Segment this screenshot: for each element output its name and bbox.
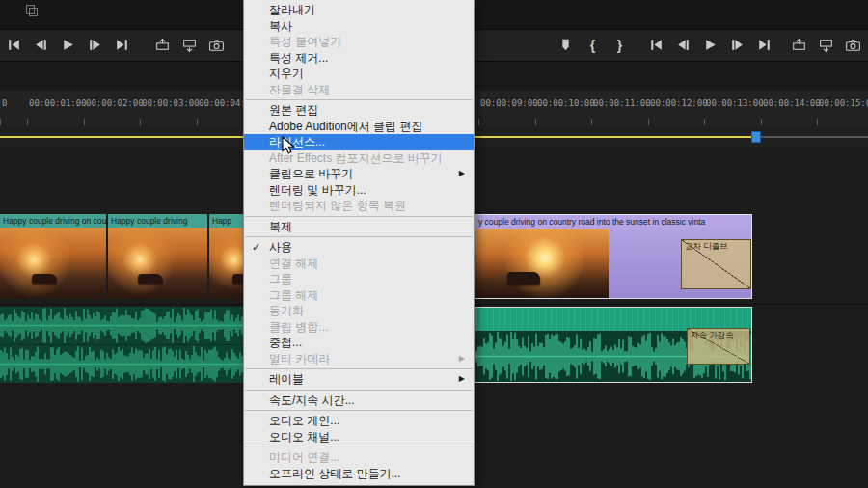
menu-separator [245, 236, 473, 237]
goto-out-icon[interactable] [756, 38, 773, 53]
ruler-timestamp: 00:00:01:00 [29, 98, 87, 108]
ruler-tick [591, 119, 592, 125]
ruler-timestamp: 00:00:11:00 [593, 98, 651, 108]
step-forward-icon[interactable] [87, 38, 103, 53]
context-menu-item-11[interactable]: 클립으로 바꾸기▶ [244, 166, 474, 182]
menu-item-label: 멀티 카메라 [269, 352, 330, 366]
context-menu-item-7[interactable]: 원본 편집 [244, 102, 474, 119]
goto-in-icon[interactable] [6, 38, 22, 53]
video-transition-label: 교차 디졸브 [685, 241, 728, 251]
menu-item-label: 잔물결 삭제 [269, 83, 330, 96]
menu-item-label: 속도/지속 시간... [269, 393, 355, 407]
mark-in-icon[interactable]: { [584, 38, 601, 53]
audio-transition-label: 지속 가감속 [691, 330, 734, 339]
clip-thumbnail [475, 229, 609, 298]
submenu-arrow-icon: ▶ [459, 166, 465, 182]
context-menu-item-3[interactable]: 특성 제거... [244, 50, 474, 67]
play-icon[interactable] [60, 38, 76, 53]
goto-in-icon[interactable] [648, 38, 665, 53]
context-menu-item-0[interactable]: 잘라내기 [244, 2, 474, 18]
menu-separator [245, 99, 473, 100]
context-menu: 잘라내기복사특성 붙여넣기특성 제거...지우기잔물결 삭제원본 편집Adobe… [243, 0, 475, 486]
context-menu-item-15[interactable]: 복제 [244, 219, 474, 235]
context-menu-item-22: 클립 병합... [244, 319, 474, 336]
menu-item-label: 클립 병합... [269, 320, 328, 334]
add-marker-icon[interactable] [557, 38, 574, 53]
context-menu-item-33: 미디어 연결... [244, 449, 474, 466]
ruler-tick [478, 119, 479, 125]
submenu-arrow-icon: ▶ [459, 371, 465, 388]
extract-icon[interactable] [181, 38, 198, 53]
lift-icon[interactable] [154, 38, 171, 53]
ruler-timestamp: 00:00:10:00 [537, 98, 595, 108]
context-menu-item-20: 그룹 해제 [244, 287, 474, 304]
context-menu-item-26[interactable]: 레이블▶ [244, 371, 474, 388]
context-menu-item-9[interactable]: 라이선스... [244, 134, 474, 150]
context-menu-item-1[interactable]: 복사 [244, 18, 474, 35]
context-menu-item-4[interactable]: 지우기 [244, 66, 474, 82]
context-menu-item-31[interactable]: 오디오 채널... [244, 429, 474, 446]
context-menu-item-5: 잔물결 삭제 [244, 82, 474, 98]
menu-item-label: 레이블 [269, 372, 304, 386]
menu-separator [245, 390, 473, 391]
mark-out-icon[interactable]: } [611, 38, 628, 53]
context-menu-item-8[interactable]: Adobe Audition에서 클립 편집 [244, 119, 474, 135]
context-menu-item-2: 특성 붙여넣기 [244, 34, 474, 50]
context-menu-item-34[interactable]: 오프라인 상태로 만들기... [244, 466, 474, 482]
context-menu-item-13: 렌더링되지 않은 항목 복원 [244, 198, 474, 214]
export-frame-icon[interactable] [208, 38, 225, 53]
ruler-tick [197, 119, 198, 125]
menu-item-label: 잘라내기 [269, 3, 315, 16]
menu-item-label: 클립으로 바꾸기 [269, 167, 353, 180]
video-clip[interactable]: Happy couple driving [108, 214, 207, 299]
clip-label: Happy couple driving on count [0, 214, 106, 228]
toolbar-left-group [6, 30, 225, 61]
ruler-tick [535, 119, 536, 125]
ruler-tick [761, 119, 762, 125]
menu-item-label: 동기화 [269, 304, 304, 317]
ruler-timestamp: 00:00:13:00 [706, 98, 764, 108]
context-menu-item-28[interactable]: 속도/지속 시간... [244, 393, 474, 409]
menu-item-label: 중첩... [269, 336, 302, 349]
context-menu-item-24: 멀티 카메라▶ [244, 351, 474, 367]
play-icon[interactable] [702, 38, 719, 53]
extract-icon[interactable] [818, 38, 834, 53]
step-back-icon[interactable] [675, 38, 692, 53]
ruler-tick [140, 119, 141, 125]
context-menu-item-17[interactable]: ✓사용 [244, 239, 474, 256]
video-clip[interactable]: Happy couple driving on count [0, 214, 106, 299]
context-menu-item-30[interactable]: 오디오 게인... [244, 413, 474, 429]
lift-icon[interactable] [791, 38, 807, 53]
context-menu-item-23[interactable]: 중첩... [244, 335, 474, 351]
menu-item-label: 라이선스... [269, 135, 325, 149]
menu-separator [245, 216, 473, 217]
menu-item-label: 오프라인 상태로 만들기... [269, 467, 401, 480]
ruler-timestamp: 00:00:02:00 [86, 98, 144, 108]
menu-item-label: Adobe Audition에서 클립 편집 [269, 120, 422, 133]
video-transition[interactable]: 교차 디졸브 [681, 239, 751, 289]
audio-transition[interactable]: 지속 가감속 [687, 328, 750, 365]
premiere-timeline-panel: {} 000:00:01:0000:00:02:0000:00:03:0000:… [0, 0, 868, 488]
goto-out-icon[interactable] [114, 38, 130, 53]
menu-separator [245, 368, 473, 369]
ruler-tick [704, 119, 705, 125]
menu-item-label: After Effects 컴포지션으로 바꾸기 [269, 151, 443, 165]
export-frame-icon[interactable] [845, 38, 861, 53]
context-menu-item-18: 연결 해제 [244, 256, 474, 272]
ruler-timestamp: 00:00:15:0 [819, 98, 868, 108]
ruler-tick [27, 119, 28, 125]
scroll-handle[interactable] [751, 131, 761, 143]
clip-thumbnail [108, 228, 207, 299]
ruler-timestamp: 00:00:14:00 [763, 98, 821, 108]
step-back-icon[interactable] [33, 38, 49, 53]
menu-item-label: 사용 [269, 240, 292, 254]
menu-item-label: 그룹 [269, 272, 292, 285]
context-menu-item-12[interactable]: 렌더링 및 바꾸기... [244, 182, 474, 199]
checkmark-icon: ✓ [252, 239, 260, 256]
ruler-timestamp: 0 [2, 98, 7, 108]
step-forward-icon[interactable] [729, 38, 746, 53]
ruler-timestamp: 00:00:12:00 [650, 98, 708, 108]
panel-menu-icon[interactable] [25, 4, 39, 17]
menu-item-label: 렌더링되지 않은 항목 복원 [269, 199, 406, 212]
ruler-tick [0, 119, 1, 125]
